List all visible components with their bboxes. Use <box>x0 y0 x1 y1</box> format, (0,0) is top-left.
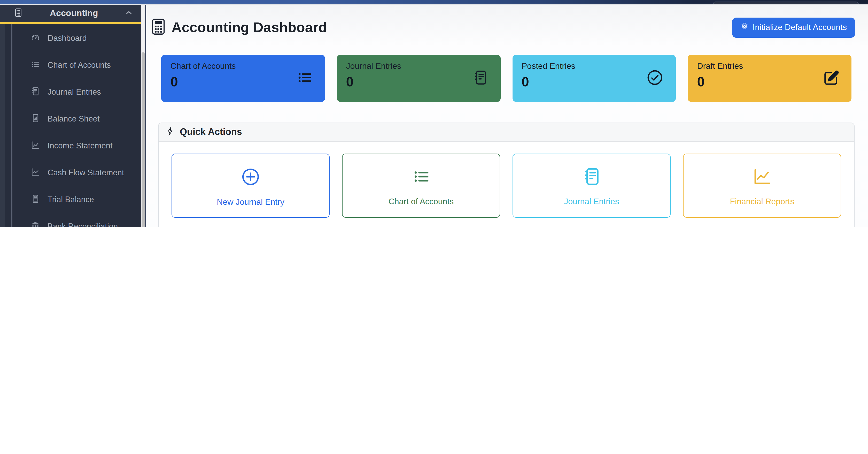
file-bar-chart-icon <box>31 113 40 124</box>
sidebar-item-label: Journal Entries <box>48 87 101 97</box>
main-content: Accounting Dashboard Initialize Default … <box>146 5 868 227</box>
sidebar-item-balance-sheet[interactable]: Balance Sheet <box>12 106 141 132</box>
quick-action-financial-reports[interactable]: Financial Reports <box>683 153 841 218</box>
stat-card-journal-entries[interactable]: Journal Entries 0 <box>337 55 501 102</box>
initialize-default-accounts-button[interactable]: Initialize Default Accounts <box>732 17 855 37</box>
journal-icon <box>472 69 488 87</box>
stat-label: Chart of Accounts <box>170 61 316 71</box>
quick-action-new-journal-entry[interactable]: New Journal Entry <box>172 153 330 218</box>
sidebar-item-journal-entries[interactable]: Journal Entries <box>12 79 141 106</box>
sidebar-item-label: Cash Flow Statement <box>48 168 124 177</box>
stat-card-posted-entries[interactable]: Posted Entries 0 <box>512 55 676 102</box>
plus-circle-icon <box>241 167 260 189</box>
check-circle-icon <box>647 69 664 88</box>
speedometer-icon <box>31 33 40 44</box>
journal-icon <box>31 87 40 97</box>
stat-card-chart-of-accounts[interactable]: Chart of Accounts 0 <box>161 55 325 102</box>
pencil-square-icon <box>823 69 839 87</box>
list-icon <box>31 60 40 70</box>
sidebar-item-label: Chart of Accounts <box>48 60 111 70</box>
sidebar-item-chart-of-accounts[interactable]: Chart of Accounts <box>12 52 141 79</box>
quick-action-label: New Journal Entry <box>217 198 284 207</box>
quick-actions-body: New Journal Entry Chart of Accounts <box>159 142 854 227</box>
quick-action-label: Journal Entries <box>564 197 619 206</box>
sidebar-item-label: Balance Sheet <box>48 114 100 123</box>
quick-action-journal-entries[interactable]: Journal Entries <box>513 153 671 218</box>
sidebar-item-label: Bank Reconciliation <box>48 222 118 227</box>
address-bar[interactable] <box>713 1 859 4</box>
line-chart-icon <box>31 167 40 178</box>
browser-top-strip <box>0 0 868 4</box>
chevron-up-icon <box>125 8 133 18</box>
stats-row: Chart of Accounts 0 Journal Entries 0 <box>161 55 851 102</box>
stat-value: 0 <box>346 74 491 90</box>
gear-icon <box>740 22 748 33</box>
quick-actions-card: Quick Actions New Journal Entry <box>158 122 855 227</box>
sidebar-group-label: Accounting <box>27 8 121 19</box>
sidebar-item-label: Dashboard <box>48 34 87 43</box>
sidebar-item-label: Income Statement <box>48 141 113 150</box>
app-root: Accounting Dashboard <box>0 0 868 227</box>
sidebar-item-cash-flow[interactable]: Cash Flow Statement <box>12 159 141 186</box>
stat-label: Draft Entries <box>697 61 842 71</box>
stat-label: Posted Entries <box>522 61 667 71</box>
quick-actions-title: Quick Actions <box>180 127 242 138</box>
stat-value: 0 <box>170 74 316 90</box>
line-chart-icon <box>31 140 40 151</box>
quick-actions-header: Quick Actions <box>159 123 854 142</box>
sidebar-left-shade <box>0 24 5 227</box>
quick-action-label: Financial Reports <box>730 197 795 206</box>
sidebar-scrollbar-thumb[interactable] <box>141 52 145 227</box>
calculator-icon <box>31 194 40 205</box>
sidebar-item-label: Trial Balance <box>48 195 94 204</box>
page-title: Accounting Dashboard <box>172 19 327 35</box>
calculator-icon <box>152 18 165 36</box>
sidebar-item-income-statement[interactable]: Income Statement <box>12 132 141 159</box>
accounting-submenu: Dashboard Chart of Accounts <box>11 24 141 227</box>
sidebar-item-bank-reconciliation[interactable]: Bank Reconciliation <box>12 213 141 227</box>
stat-value: 0 <box>522 74 667 90</box>
graph-up-icon <box>752 167 772 188</box>
sidebar-item-dashboard[interactable]: Dashboard <box>12 25 141 52</box>
list-icon <box>297 69 313 87</box>
list-icon <box>411 167 431 188</box>
quick-action-chart-of-accounts[interactable]: Chart of Accounts <box>342 153 500 218</box>
sidebar-group-accounting[interactable]: Accounting <box>0 5 141 22</box>
bank-icon <box>31 221 40 227</box>
stat-value: 0 <box>697 74 842 90</box>
init-button-label: Initialize Default Accounts <box>752 23 847 32</box>
stat-card-draft-entries[interactable]: Draft Entries 0 <box>688 55 852 102</box>
journal-icon <box>582 167 601 188</box>
stat-label: Journal Entries <box>346 61 491 71</box>
quick-action-label: Chart of Accounts <box>389 197 454 206</box>
page-header: Accounting Dashboard Initialize Default … <box>146 5 868 50</box>
sidebar-content-divider <box>145 5 146 227</box>
sidebar-scrollbar[interactable] <box>141 5 145 227</box>
top-divider <box>0 4 868 5</box>
accounting-grid-icon <box>14 8 23 19</box>
sidebar: Accounting Dashboard <box>0 5 141 227</box>
lightning-icon <box>165 126 175 138</box>
sidebar-item-trial-balance[interactable]: Trial Balance <box>12 186 141 213</box>
